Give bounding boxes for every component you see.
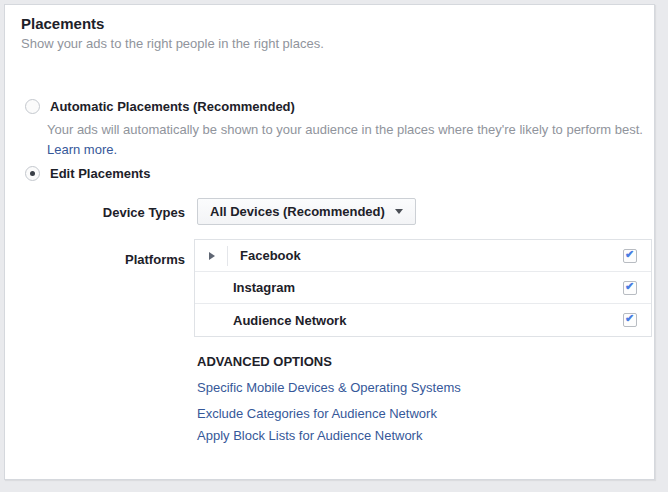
device-types-label: Device Types <box>5 205 185 220</box>
apply-block-lists-link[interactable]: Apply Block Lists for Audience Network <box>197 428 422 443</box>
platform-row-audience-network[interactable]: Audience Network <box>195 304 651 336</box>
platform-name: Facebook <box>240 248 301 263</box>
device-types-dropdown[interactable]: All Devices (Recommended) <box>197 198 416 225</box>
edit-placements-option[interactable]: Edit Placements <box>25 166 150 181</box>
platform-name: Instagram <box>233 280 295 295</box>
facebook-checkbox[interactable] <box>623 249 637 263</box>
specific-mobile-devices-link[interactable]: Specific Mobile Devices & Operating Syst… <box>197 380 461 395</box>
automatic-placements-option[interactable]: Automatic Placements (Recommended) <box>25 99 295 114</box>
learn-more-link[interactable]: Learn more. <box>47 142 117 157</box>
automatic-placements-description: Your ads will automatically be shown to … <box>47 120 647 160</box>
platform-row-facebook[interactable]: Facebook <box>195 240 651 272</box>
instagram-checkbox[interactable] <box>623 281 637 295</box>
row-divider <box>227 246 228 266</box>
device-types-selected-value: All Devices (Recommended) <box>210 204 385 219</box>
placements-panel: Placements Show your ads to the right pe… <box>4 4 655 480</box>
advanced-options-heading: ADVANCED OPTIONS <box>197 354 332 369</box>
page-title: Placements <box>21 15 104 32</box>
edit-placements-radio[interactable] <box>25 166 40 181</box>
expand-arrow-icon[interactable] <box>209 252 215 260</box>
platform-row-instagram[interactable]: Instagram <box>195 272 651 304</box>
page-subtitle: Show your ads to the right people in the… <box>21 36 324 51</box>
description-text: Your ads will automatically be shown to … <box>47 122 643 137</box>
edit-placements-label: Edit Placements <box>50 166 150 181</box>
audience-network-checkbox[interactable] <box>623 313 637 327</box>
platforms-table: Facebook Instagram Audience Network <box>194 239 652 337</box>
platforms-label: Platforms <box>5 252 185 267</box>
exclude-categories-link[interactable]: Exclude Categories for Audience Network <box>197 406 437 421</box>
platform-name: Audience Network <box>233 313 346 328</box>
chevron-down-icon <box>395 209 403 214</box>
automatic-placements-radio[interactable] <box>25 99 40 114</box>
automatic-placements-label: Automatic Placements (Recommended) <box>50 99 295 114</box>
